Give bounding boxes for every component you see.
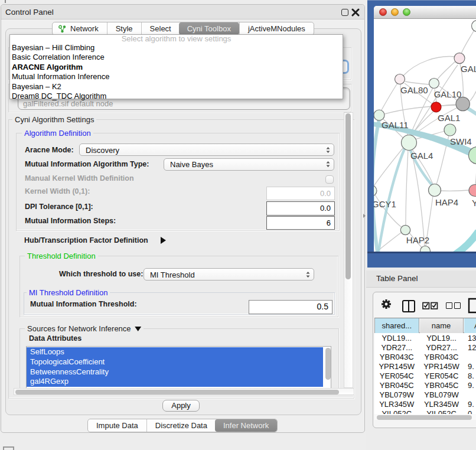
- svg-text:GCY1: GCY1: [374, 199, 396, 209]
- svg-text:HAP4: HAP4: [435, 197, 458, 207]
- svg-text:GAL11: GAL11: [382, 120, 409, 130]
- svg-text:GAL1: GAL1: [438, 113, 460, 123]
- svg-text:GAL: GAL: [461, 64, 476, 74]
- svg-text:SWI4: SWI4: [450, 136, 472, 146]
- svg-text:GAL10: GAL10: [434, 89, 462, 99]
- svg-text:HAP2: HAP2: [406, 235, 429, 245]
- svg-text:Y: Y: [472, 198, 476, 208]
- svg-text:GAL80: GAL80: [400, 85, 428, 95]
- svg-text:GAL4: GAL4: [410, 151, 433, 161]
